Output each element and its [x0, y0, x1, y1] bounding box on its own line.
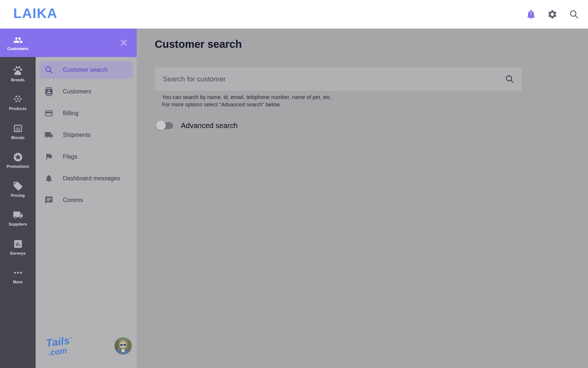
menu-item-billing[interactable]: Billing — [39, 105, 133, 122]
helper-line-2: For more options select "Advanced search… — [162, 102, 281, 107]
rail-item-pricing[interactable]: Pricing — [0, 175, 36, 204]
laika-logo: LAIKA — [13, 6, 58, 21]
close-icon[interactable] — [118, 37, 129, 48]
menu-item-label: Customers — [63, 88, 91, 95]
rail-item-blends[interactable]: Blends — [0, 117, 36, 146]
advanced-search-row: Advanced search — [156, 121, 238, 130]
menu-item-dashboard-messages[interactable]: Dashboard messages — [39, 170, 133, 187]
rail-item-more[interactable]: More — [0, 262, 36, 291]
drawer-header: Customers — [0, 29, 137, 57]
rail-item-promotions[interactable]: Promotions — [0, 146, 36, 175]
rail-item-label: Products — [9, 106, 27, 111]
rail-item-label: Customers — [7, 46, 28, 51]
user-avatar[interactable] — [115, 337, 132, 354]
menu-item-label: Comms — [63, 197, 83, 204]
bell-icon — [44, 174, 53, 183]
rail-item-label: Blends — [11, 135, 25, 140]
rail-item-label: Promotions — [7, 164, 29, 169]
menu-item-customer-search[interactable]: Customer search — [39, 61, 133, 79]
drawer-menu: Customer search Customers Billing Shipme… — [36, 57, 137, 368]
truck-icon — [13, 210, 23, 220]
rail-item-customers[interactable]: Customers — [0, 29, 36, 57]
header-search-icon[interactable] — [569, 9, 579, 20]
rail-item-surveys[interactable]: Surveys — [0, 233, 36, 262]
avatar-photo-icon — [115, 337, 132, 354]
rail-item-suppliers[interactable]: Suppliers — [0, 204, 36, 233]
module-rail: Breeds Products — [0, 57, 36, 368]
page-title: Customer search — [155, 38, 242, 50]
credit-card-icon — [44, 109, 53, 118]
menu-item-shipments[interactable]: Shipments — [39, 126, 133, 144]
advanced-search-toggle[interactable] — [156, 121, 173, 130]
kibble-dots-icon — [13, 94, 23, 105]
toggle-thumb[interactable] — [156, 121, 166, 130]
menu-item-label: Billing — [63, 110, 79, 117]
search-icon[interactable] — [505, 74, 514, 84]
menu-item-label: Shipments — [63, 132, 91, 138]
customers-drawer: Customers Breeds Produ — [0, 29, 137, 368]
more-dots-icon — [13, 268, 23, 278]
rail-item-label: More — [13, 280, 22, 284]
menu-item-label: Dashboard messages — [63, 175, 120, 182]
bar-chart-icon — [13, 239, 23, 249]
people-icon — [13, 35, 23, 45]
menu-item-label: Customer search — [63, 67, 108, 73]
contact-card-icon — [44, 87, 53, 96]
rail-item-products[interactable]: Products — [0, 88, 36, 117]
menu-item-comms[interactable]: Comms — [39, 191, 133, 209]
app-root: LAIKA Customer search You can search by … — [0, 0, 588, 368]
helper-line-1: You can search by name, id, email, telep… — [162, 94, 331, 100]
tails-com-logo: Tails™ .com — [45, 335, 75, 357]
rail-item-label: Breeds — [11, 78, 25, 82]
customer-search-input[interactable] — [162, 75, 505, 84]
menu-item-label: Flags — [63, 153, 77, 160]
rail-item-label: Surveys — [10, 251, 26, 255]
rail-item-label: Suppliers — [8, 222, 27, 226]
settings-gear-icon[interactable] — [547, 9, 557, 20]
search-helper-text: You can search by name, id, email, telep… — [162, 93, 331, 108]
rail-item-breeds[interactable]: Breeds — [0, 59, 36, 88]
notifications-bell-icon[interactable] — [526, 9, 536, 20]
customer-search-box — [155, 67, 522, 91]
paw-icon — [13, 66, 23, 76]
blend-texture-icon — [13, 123, 23, 134]
chat-icon — [44, 196, 53, 205]
tails-logo-tm: ™ — [69, 337, 73, 341]
truck-icon — [44, 131, 53, 139]
top-header: LAIKA — [0, 0, 588, 29]
rail-item-label: Pricing — [11, 193, 25, 198]
advanced-search-label: Advanced search — [181, 121, 238, 130]
menu-item-flags[interactable]: Flags — [39, 148, 133, 166]
menu-item-customers[interactable]: Customers — [39, 83, 133, 100]
star-circle-icon — [13, 152, 23, 162]
flag-icon — [44, 152, 53, 161]
price-tag-icon — [13, 181, 23, 191]
search-icon — [44, 66, 53, 74]
